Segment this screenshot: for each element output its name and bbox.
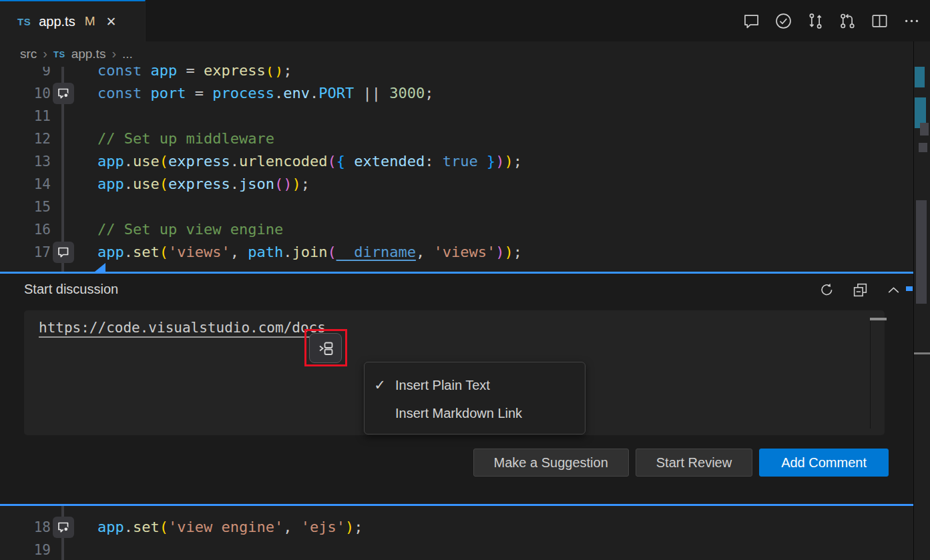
overview-ruler-mark [919,143,927,152]
line-number: 12 [0,127,51,150]
chevron-right-icon: › [111,46,116,61]
breadcrumb-file[interactable]: app.ts [71,47,106,61]
split-editor-icon[interactable] [871,12,889,30]
code-line[interactable]: 14app.use(express.json()); [0,173,913,196]
code-line[interactable]: 9const app = express(); [0,67,913,82]
scrollbar-thumb[interactable] [916,200,927,304]
code-text: const app = express(); [97,67,292,82]
code-text: app.set('views', path.join(__dirname, 'v… [97,241,522,264]
code-editor-top[interactable]: 9const app = express();10const port = pr… [0,67,913,272]
menu-item-insert-markdown-link[interactable]: Insert Markdown Link [365,399,585,427]
scrollbar-divider [914,352,930,354]
comment-thread-widget: Start discussion https://code.visualstud… [0,272,913,506]
paste-options-menu: ✓ Insert Plain Text Insert Markdown Link [364,362,586,435]
tab-app-ts[interactable]: TS app.ts M ✕ [0,0,146,41]
compare-changes-icon[interactable] [806,12,825,30]
add-comment-button[interactable]: Add Comment [759,449,889,477]
textarea-scrollbar-track [870,321,871,429]
code-line[interactable]: 16// Set up view engine [0,218,913,241]
code-text: app.set('view engine', 'ejs'); [97,516,363,539]
line-number: 15 [0,196,51,218]
comment-glyph-icon[interactable] [53,517,74,538]
breadcrumb-folder[interactable]: src [20,47,37,61]
comment-widget-arrow [95,263,105,272]
line-number: 9 [0,67,51,82]
code-text: // Set up view engine [97,218,283,241]
typescript-file-icon: TS [53,49,65,59]
code-text: const port = process.env.PORT || 3000; [97,82,433,105]
tab-label: app.ts [39,14,75,29]
code-text: // Set up middleware [97,127,274,150]
code-line[interactable]: 18app.set('view engine', 'ejs'); [0,516,913,539]
overview-ruler-comment-mark [906,286,913,291]
line-number: 16 [0,218,51,241]
more-actions-icon[interactable] [903,12,921,30]
code-line[interactable]: 12// Set up middleware [0,127,913,150]
insert-paste-options-icon [316,339,334,357]
line-number: 18 [0,516,51,539]
line-number: 17 [0,241,51,264]
code-line[interactable]: 10const port = process.env.PORT || 3000; [0,82,913,105]
editor-scrollbar-strip [913,41,930,560]
typescript-file-icon: TS [17,16,31,27]
tab-bar: TS app.ts M ✕ [0,0,930,41]
code-editor-bottom[interactable]: 18app.set('view engine', 'ejs');19 [0,506,913,560]
breadcrumb: src › TS app.ts › ... [0,41,930,67]
comment-input-text[interactable]: https://code.visualstudio.com/docs [39,320,326,336]
git-modified-badge: M [85,14,95,29]
overview-ruler-mark [915,67,925,87]
code-line[interactable]: 13app.use(express.urlencoded({ extended:… [0,150,913,173]
git-pull-request-icon[interactable] [839,12,857,30]
line-number: 10 [0,82,51,105]
line-number: 13 [0,150,51,173]
collapse-all-icon[interactable] [851,281,869,299]
breadcrumb-symbol[interactable]: ... [122,47,133,61]
code-text: app.use(express.urlencoded({ extended: t… [97,150,522,173]
checkmark-icon: ✓ [365,377,395,393]
start-review-button[interactable]: Start Review [636,449,752,477]
editor-actions [742,0,921,41]
overview-ruler-mark [920,123,929,135]
code-line[interactable]: 15 [0,196,913,218]
check-circle-icon[interactable] [774,12,792,30]
close-icon[interactable]: ✕ [105,14,116,29]
chevron-right-icon: › [43,46,47,61]
code-line[interactable]: 17app.set('views', path.join(__dirname, … [0,241,913,264]
menu-item-insert-plain-text[interactable]: ✓ Insert Plain Text [365,371,585,399]
code-text: app.use(express.json()); [97,173,310,196]
chevron-up-icon[interactable] [885,281,903,299]
line-number: 14 [0,173,51,196]
textarea-scrollbar-thumb[interactable] [870,318,887,320]
paste-options-button[interactable] [309,333,342,363]
line-number: 11 [0,105,51,127]
comment-glyph-icon[interactable] [53,83,74,104]
comment-actions: Make a Suggestion Start Review Add Comme… [473,449,889,477]
make-suggestion-button[interactable]: Make a Suggestion [473,449,629,477]
line-number: 19 [0,539,51,560]
code-line[interactable]: 19 [0,539,913,560]
comment-glyph-icon[interactable] [53,242,74,263]
refresh-icon[interactable] [818,281,836,299]
comment-discussion-icon[interactable] [742,12,760,30]
discussion-title: Start discussion [24,282,118,297]
code-line[interactable]: 11 [0,105,913,127]
